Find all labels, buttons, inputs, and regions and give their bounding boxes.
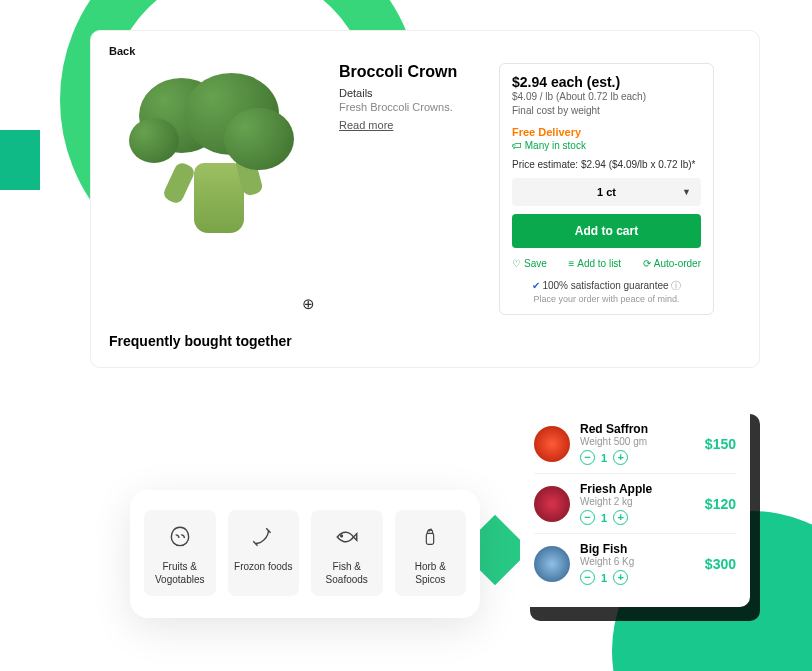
auto-order-button[interactable]: ⟳ Auto-order [643,258,701,269]
quantity-label: 1 ct [597,186,616,198]
cart-item-price: $150 [705,436,736,452]
category-card: Fruits & Vogotables Frozon foods Fish & … [130,490,480,618]
cart-item-image [534,486,570,522]
category-label: Fish & Soafoods [326,561,368,585]
product-title: Broccoli Crown [339,63,479,81]
cart-item-image [534,426,570,462]
cart-item-weight: Weight 6 Kg [580,556,695,567]
guarantee: ✔ 100% satisfaction guarantee ⓘ Place yo… [512,279,701,304]
category-label: Fruits & Vogotables [155,561,205,585]
frequently-bought-heading: Frequently bought together [109,333,741,349]
qty-plus-button[interactable]: + [613,450,628,465]
qty-value: 1 [601,512,607,524]
category-frozen[interactable]: Frozon foods [228,510,300,596]
zoom-icon[interactable]: ⊕ [302,295,315,313]
price: $2.94 each (est.) [512,74,701,90]
cart-item-name: Big Fish [580,542,695,556]
sausage-icon [234,522,294,552]
cart-item-image [534,546,570,582]
back-button[interactable]: Back [109,45,741,57]
qty-plus-button[interactable]: + [613,570,628,585]
quantity-select[interactable]: 1 ct ▼ [512,178,701,206]
details-text: Fresh Broccoli Crowns. [339,101,479,113]
chevron-down-icon: ▼ [682,187,691,197]
details-heading: Details [339,87,479,99]
free-delivery-badge: Free Delivery [512,126,701,138]
leaf-icon [150,522,210,552]
category-label: Horb & Spicos [415,561,446,585]
qty-minus-button[interactable]: − [580,510,595,525]
qty-minus-button[interactable]: − [580,450,595,465]
category-label: Frozon foods [234,561,292,572]
cart-item-name: Red Saffron [580,422,695,436]
salt-shaker-icon [401,522,461,552]
product-detail-card: Back ⊕ Broccoli Crown Details Fresh Broc… [90,30,760,368]
cart-item: Big Fish Weight 6 Kg − 1 + $300 [534,533,736,593]
cart-item: Red Saffron Weight 500 gm − 1 + $150 [534,414,736,473]
read-more-link[interactable]: Read more [339,119,393,131]
buy-box: $2.94 each (est.) $4.09 / lb (About 0.72… [499,63,714,315]
qty-plus-button[interactable]: + [613,510,628,525]
svg-point-2 [429,530,430,531]
add-to-list-button[interactable]: ≡ Add to list [568,258,621,269]
cart-item-name: Friesh Apple [580,482,695,496]
cart-item-price: $120 [705,496,736,512]
stock-status: 🏷 Many in stock [512,140,701,151]
cart-item-price: $300 [705,556,736,572]
cart-card: Red Saffron Weight 500 gm − 1 + $150 Fri… [520,400,750,607]
unit-price: $4.09 / lb (About 0.72 lb each) [512,90,701,104]
category-fruits-veg[interactable]: Fruits & Vogotables [144,510,216,596]
svg-point-0 [340,535,342,537]
save-button[interactable]: ♡ Save [512,258,547,269]
final-cost-note: Final cost by weight [512,104,701,118]
cart-item-weight: Weight 2 kg [580,496,695,507]
qty-value: 1 [601,452,607,464]
product-image: ⊕ [109,63,319,315]
category-herbs[interactable]: Horb & Spicos [395,510,467,596]
price-estimate: Price estimate: $2.94 ($4.09/lb x 0.72 l… [512,159,701,170]
cart-item-weight: Weight 500 gm [580,436,695,447]
qty-minus-button[interactable]: − [580,570,595,585]
add-to-cart-button[interactable]: Add to cart [512,214,701,248]
fish-icon [317,522,377,552]
cart-item: Friesh Apple Weight 2 kg − 1 + $120 [534,473,736,533]
svg-point-3 [431,529,432,530]
qty-value: 1 [601,572,607,584]
svg-rect-1 [427,533,434,544]
category-fish[interactable]: Fish & Soafoods [311,510,383,596]
